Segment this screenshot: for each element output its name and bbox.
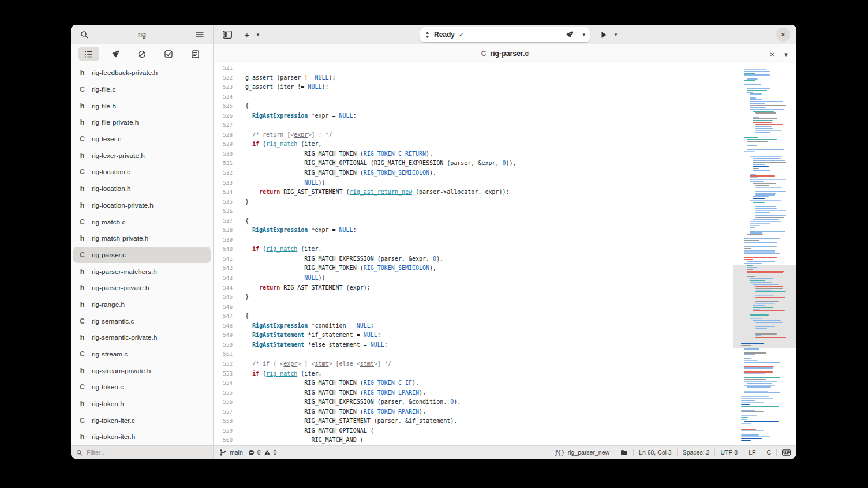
code-line-545[interactable]: 545} (214, 292, 733, 302)
filter-bar[interactable]: Filter… (71, 445, 213, 459)
panel-tab-documentation[interactable] (185, 47, 205, 61)
panel-tab-build[interactable] (105, 47, 126, 61)
branch-indicator[interactable]: main (219, 449, 243, 456)
file-row-rig-lexer-private.h[interactable]: hrig-lexer-private.h (73, 147, 211, 164)
filter-input[interactable]: Filter… (87, 449, 107, 456)
code-line-540[interactable]: 540 if (rig_match (iter, (214, 245, 733, 254)
run-button[interactable] (597, 28, 610, 42)
new-document-button[interactable]: + (241, 28, 253, 42)
panel-tab-files[interactable] (78, 47, 99, 61)
code-line-554[interactable]: 554 RIG_MATCH_TOKEN (RIG_TOKEN_C_IF), (214, 378, 733, 388)
minimap-line (744, 358, 751, 359)
code-line-559[interactable]: 559 RIG_MATCH_OPTIONAL ( (214, 426, 733, 436)
file-row-rig-file.c[interactable]: Crig-file.c (73, 81, 211, 98)
code-line-528[interactable]: 528 /* return [<expr>] ; */ (214, 130, 733, 140)
file-row-rig-parser-matchers.h[interactable]: hrig-parser-matchers.h (73, 263, 211, 280)
code-line-555[interactable]: 555 RIG_MATCH_TOKEN (RIG_TOKEN_LPAREN), (214, 388, 733, 398)
code-line-539[interactable]: 539 (214, 235, 733, 245)
code-line-550[interactable]: 550 RigAstStatement *else_statement = NU… (214, 340, 733, 350)
encoding-setting[interactable]: UTF-8 (720, 449, 738, 456)
file-row-rig-parser-private.h[interactable]: hrig-parser-private.h (73, 280, 211, 296)
tab-close-button[interactable]: ✕ (766, 48, 778, 60)
language-setting[interactable]: C (766, 449, 771, 456)
code-line-543[interactable]: 543 NULL)) (214, 273, 733, 283)
file-row-rig-feedback-private.h[interactable]: hrig-feedback-private.h (73, 65, 211, 81)
tab-list-dropdown[interactable]: ▾ (780, 48, 792, 60)
code-line-526[interactable]: 526 RigAstExpression *expr = NULL; (214, 111, 733, 121)
panel-tab-diagnostics[interactable] (132, 47, 152, 61)
file-row-rig-parser.c[interactable]: Crig-parser.c (73, 247, 211, 264)
code-line-535[interactable]: 535} (214, 197, 733, 207)
minimap[interactable] (733, 63, 796, 445)
file-row-rig-match-private.h[interactable]: hrig-match-private.h (73, 230, 211, 247)
diagnostics-indicator[interactable]: 0 0 (248, 449, 277, 456)
file-row-rig-token.h[interactable]: hrig-token.h (73, 396, 211, 412)
file-row-rig-semantic-private.h[interactable]: hrig-semantic-private.h (73, 329, 211, 346)
code-line-521[interactable]: 521 (214, 63, 733, 73)
code-line-527[interactable]: 527 (214, 121, 733, 130)
code-line-538[interactable]: 538 RigAstExpression *expr = NULL; (214, 226, 733, 235)
code-line-548[interactable]: 548 RigAstExpression *condition = NULL; (214, 321, 733, 331)
line-ending-setting[interactable]: LF (749, 449, 755, 456)
file-row-rig-token.c[interactable]: Crig-token.c (73, 379, 211, 396)
file-row-rig-location.c[interactable]: Crig-location.c (73, 164, 211, 181)
search-button[interactable] (77, 28, 92, 42)
deploy-rocket-icon[interactable] (566, 31, 574, 39)
current-symbol[interactable]: ƒ{} rig_parser_new (555, 449, 609, 456)
panel-tab-todo[interactable] (158, 47, 179, 61)
file-row-rig-token-iter.h[interactable]: hrig-token-iter.h (73, 429, 211, 445)
code-line-532[interactable]: 532 RIG_MATCH_TOKEN (RIG_TOKEN_SEMICOLON… (214, 168, 733, 178)
code-line-560[interactable]: 560 RIG_MATCH_AND ( (214, 436, 733, 445)
file-row-rig-file-private.h[interactable]: hrig-file-private.h (73, 114, 211, 131)
keyboard-settings-button[interactable] (782, 449, 791, 456)
toggle-sidebar-button[interactable] (219, 28, 235, 42)
code-line-544[interactable]: 544 return RIG_AST_STATEMENT (expr); (214, 283, 733, 293)
indentation-setting[interactable]: Spaces: 2 (683, 449, 710, 456)
code-line-553[interactable]: 553 if (rig_match (iter, (214, 369, 733, 379)
file-row-rig-stream-private.h[interactable]: hrig-stream-private.h (73, 362, 211, 379)
cursor-position[interactable]: Ln 68, Col 3 (639, 449, 672, 456)
code-line-536[interactable]: 536 (214, 207, 733, 216)
code-line-557[interactable]: 557 RIG_MATCH_TOKEN (RIG_TOKEN_RPAREN), (214, 407, 733, 417)
window-close-button[interactable]: ✕ (776, 28, 790, 42)
new-document-dropdown[interactable]: ▾ (253, 28, 263, 42)
file-row-rig-range.h[interactable]: hrig-range.h (73, 296, 211, 313)
file-row-rig-match.c[interactable]: Crig-match.c (73, 213, 211, 230)
run-dropdown[interactable]: ▾ (611, 28, 620, 42)
file-row-rig-lexer.c[interactable]: Crig-lexer.c (73, 131, 211, 148)
code-line-525[interactable]: 525{ (214, 102, 733, 111)
code-line-530[interactable]: 530 RIG_MATCH_TOKEN (RIG_TOKEN_C_RETURN)… (214, 149, 733, 159)
tab-title[interactable]: rig-parser.c (490, 50, 529, 58)
omnibar[interactable]: Ready ✓ ▾ (420, 27, 590, 42)
code-line-546[interactable]: 546 (214, 302, 733, 312)
build-dropdown-icon[interactable]: ▾ (582, 32, 585, 37)
code-line-556[interactable]: 556 RIG_MATCH_EXPRESSION (parser, &condi… (214, 397, 733, 407)
code-line-549[interactable]: 549 RigAstStatement *if_statement = NULL… (214, 331, 733, 340)
code-line-558[interactable]: 558 RIG_MATCH_STATEMENT (parser, &if_sta… (214, 416, 733, 426)
code-line-529[interactable]: 529 if (rig_match (iter, (214, 140, 733, 149)
code-line-531[interactable]: 531 RIG_MATCH_OPTIONAL (RIG_MATCH_EXPRES… (214, 159, 733, 168)
file-row-rig-token-iter.c[interactable]: Crig-token-iter.c (73, 412, 211, 429)
file-row-rig-stream.c[interactable]: Crig-stream.c (73, 346, 211, 363)
code-line-523[interactable]: 523g_assert (iter != NULL); (214, 82, 733, 92)
file-row-rig-location-private.h[interactable]: hrig-location-private.h (73, 197, 211, 214)
file-row-rig-location.h[interactable]: hrig-location.h (73, 181, 211, 197)
code-line-552[interactable]: 552 /* if ( <expr> ) <stmt> [else <stmt>… (214, 359, 733, 369)
code-line-533[interactable]: 533 NULL)) (214, 178, 733, 188)
code-line-522[interactable]: 522g_assert (parser != NULL); (214, 73, 733, 83)
minimap-line (755, 132, 770, 133)
code-editor[interactable]: 521522g_assert (parser != NULL);523g_ass… (214, 63, 796, 445)
code-line-541[interactable]: 541 RIG_MATCH_EXPRESSION (parser, &expr,… (214, 254, 733, 264)
source-view[interactable]: 521522g_assert (parser != NULL);523g_ass… (214, 63, 733, 445)
file-row-rig-semantic.c[interactable]: Crig-semantic.c (73, 313, 211, 329)
sidebar-search-query[interactable]: rig (92, 31, 192, 39)
code-line-542[interactable]: 542 RIG_MATCH_TOKEN (RIG_TOKEN_SEMICOLON… (214, 264, 733, 273)
file-row-rig-file.h[interactable]: hrig-file.h (73, 97, 211, 114)
code-line-537[interactable]: 537{ (214, 216, 733, 226)
code-line-551[interactable]: 551 (214, 350, 733, 359)
code-line-534[interactable]: 534 return RIG_AST_STATEMENT (rig_ast_re… (214, 187, 733, 197)
menu-button[interactable] (192, 28, 207, 42)
project-folder-button[interactable] (620, 449, 628, 456)
code-line-547[interactable]: 547{ (214, 311, 733, 321)
code-line-524[interactable]: 524 (214, 92, 733, 102)
